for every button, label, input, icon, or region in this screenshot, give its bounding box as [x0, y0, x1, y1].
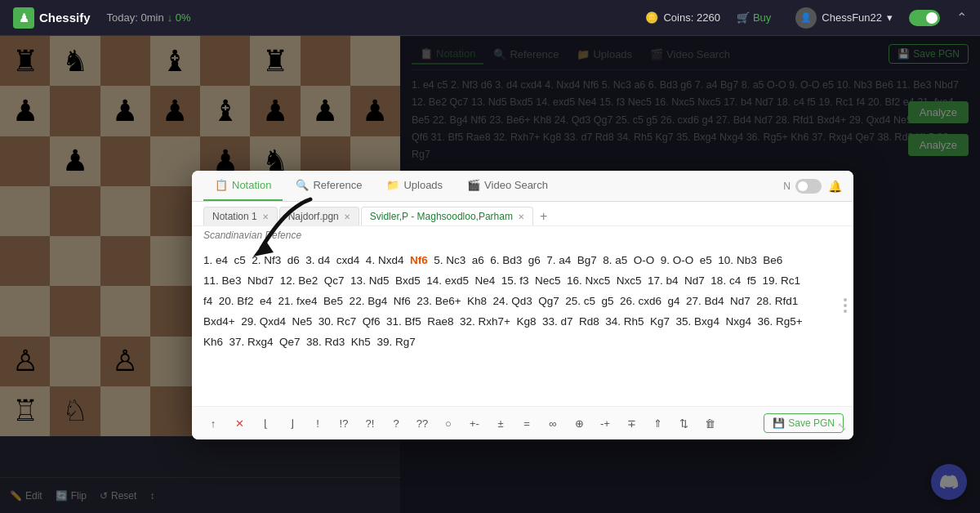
filetab-close-1[interactable]: ✕ — [262, 212, 269, 221]
toolbar-up-button[interactable]: ↑ — [202, 412, 225, 435]
logo-icon: ♟ — [13, 7, 34, 29]
toolbar-up2-button[interactable]: ⇑ — [646, 412, 669, 435]
notation-text: 1. e4 c5 2. Nf3 d6 3. d4 cxd4 4. Nxd4 Nf… — [203, 254, 803, 348]
toolbar-pm-button[interactable]: ± — [489, 412, 512, 435]
vertical-resize-handle[interactable] — [844, 298, 847, 313]
logo-text: Chessify — [39, 11, 91, 25]
today-label: Today: 0min — [107, 11, 164, 24]
filetab-close-3[interactable]: ✕ — [518, 212, 524, 221]
buy-button[interactable]: 🛒 Buy — [737, 11, 771, 24]
toolbar-mp2-button[interactable]: ∓ — [620, 412, 643, 435]
popup-opening-label: Scandinavian Defence — [192, 226, 853, 243]
bell-icon: 🔔 — [828, 180, 842, 193]
popup-filetab-notation1[interactable]: Notation 1 ✕ — [203, 207, 278, 225]
toolbar-question-button[interactable]: ? — [385, 412, 408, 435]
toolbar-circle-button[interactable]: ○ — [437, 412, 460, 435]
today-stats: Today: 0min ↓ 0% — [107, 11, 191, 24]
user-menu[interactable]: 👤 ChessFun22 ▾ — [795, 7, 893, 29]
popup-filetabs: Notation 1 ✕ Najdorf.pgn ✕ Svidler,P - M… — [192, 202, 853, 226]
popup-notation-content[interactable]: 1. e4 c5 2. Nf3 d6 3. d4 cxd4 4. Nxd4 Nf… — [192, 243, 853, 406]
popup-tab-uploads[interactable]: 📁 Uploads — [375, 171, 454, 201]
toolbar-exclaim-q-button[interactable]: !? — [332, 412, 355, 435]
coins-label: Coins: 2260 — [663, 11, 719, 24]
toolbar-exclaim-button[interactable]: ! — [306, 412, 329, 435]
toolbar-trash-button[interactable]: 🗑 — [698, 412, 721, 435]
popup-panel: 📋 Notation 🔍 Reference 📁 Uploads 🎬 Video… — [192, 171, 853, 439]
popup-save-pgn-button[interactable]: 💾 Save PGN — [764, 413, 844, 433]
today-percent: ↓ 0% — [167, 11, 191, 24]
toolbar-q-exclaim-button[interactable]: ?! — [359, 412, 381, 435]
filetab-close-2[interactable]: ✕ — [344, 212, 350, 221]
highlighted-move: Nf6 — [410, 254, 428, 266]
popup-filetab-svidler[interactable]: Svidler,P - Maghsoodloo,Parham ✕ — [361, 207, 533, 225]
toolbar-bracket-left-button[interactable]: ⌊ — [254, 412, 277, 435]
toolbar-bracket-right-button[interactable]: ⌋ — [280, 412, 303, 435]
toolbar-plus-minus-button[interactable]: +- — [463, 412, 486, 435]
collapse-icon[interactable]: ⌃ — [956, 10, 967, 25]
popup-toolbar: ↑ ✕ ⌊ ⌋ ! !? ?! ? ?? ○ +- ± = ∞ ⊕ -+ ∓ ⇑… — [192, 406, 853, 439]
buy-label: Buy — [753, 11, 771, 24]
logo[interactable]: ♟ Chessify — [13, 7, 91, 29]
popup-tab-video[interactable]: 🎬 Video Search — [456, 171, 559, 201]
username: ChessFun22 — [822, 11, 882, 24]
theme-toggle[interactable] — [909, 10, 940, 26]
main-content: ♜♞♝♜♟♟♟♝♟♟♟♟♟♞♙♙♙♖♘♗♔♖ ✏️Edit 🔄Flip ↺Res… — [0, 36, 980, 513]
popup-overlay: 📋 Notation 🔍 Reference 📁 Uploads 🎬 Video… — [0, 36, 980, 513]
coins-display: 🪙 Coins: 2260 — [645, 11, 719, 24]
popup-tabs: 📋 Notation 🔍 Reference 📁 Uploads 🎬 Video… — [192, 171, 853, 202]
popup-filetab-najdorf[interactable]: Najdorf.pgn ✕ — [279, 207, 359, 225]
popup-tab-reference[interactable]: 🔍 Reference — [284, 171, 373, 201]
toolbar-double-q-button[interactable]: ?? — [411, 412, 434, 435]
toolbar-mp-button[interactable]: -+ — [594, 412, 617, 435]
toolbar-oplus-button[interactable]: ⊕ — [568, 412, 590, 435]
popup-toggle[interactable] — [795, 179, 822, 194]
filetab-add-button[interactable]: + — [535, 209, 552, 224]
resize-corner-handle[interactable]: ⤡ — [837, 420, 847, 433]
toolbar-delete-button[interactable]: ✕ — [228, 412, 251, 435]
avatar: 👤 — [795, 7, 817, 29]
toolbar-equal-button[interactable]: = — [515, 412, 538, 435]
user-chevron-icon: ▾ — [887, 11, 893, 24]
topbar: ♟ Chessify Today: 0min ↓ 0% 🪙 Coins: 226… — [0, 0, 980, 36]
popup-tab-notation[interactable]: 📋 Notation — [203, 171, 283, 201]
n-label: N — [783, 181, 791, 192]
toolbar-infinity-button[interactable]: ∞ — [541, 412, 564, 435]
toolbar-updown-button[interactable]: ⇅ — [672, 412, 695, 435]
